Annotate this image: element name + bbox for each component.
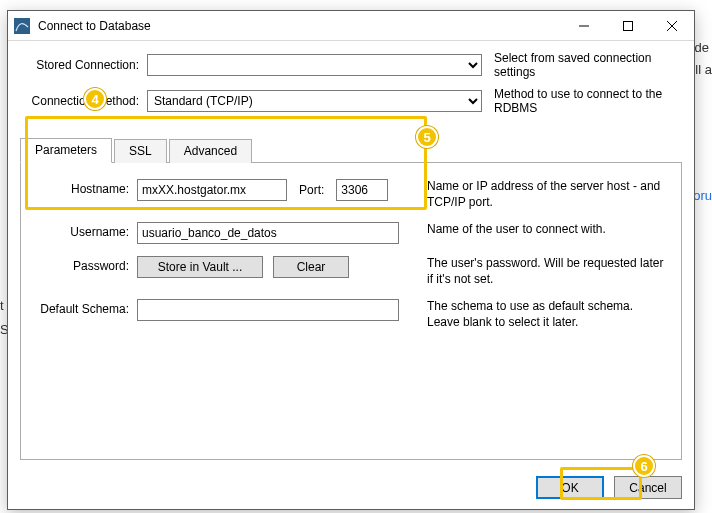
- titlebar: Connect to Database: [8, 11, 694, 41]
- tab-ssl[interactable]: SSL: [114, 139, 167, 163]
- maximize-button[interactable]: [606, 11, 650, 41]
- annotation-badge-4: 4: [84, 88, 106, 110]
- default-schema-hint: The schema to use as default schema. Lea…: [411, 299, 669, 330]
- dialog-button-row: OK Cancel: [8, 468, 694, 509]
- store-in-vault-button[interactable]: Store in Vault ...: [137, 256, 263, 278]
- close-button[interactable]: [650, 11, 694, 41]
- default-schema-label: Default Schema:: [33, 299, 137, 316]
- annotation-badge-6: 6: [633, 455, 655, 477]
- svg-rect-2: [624, 21, 633, 30]
- tab-panel-parameters: Hostname: Port: Name or IP address of th…: [20, 163, 682, 460]
- dialog-title: Connect to Database: [38, 19, 151, 33]
- ok-button[interactable]: OK: [536, 476, 604, 499]
- stored-connection-label: Stored Connection:: [20, 58, 147, 72]
- background-text: t: [0, 298, 4, 313]
- annotation-badge-5: 5: [416, 126, 438, 148]
- connect-to-database-dialog: Connect to Database Stored Connection: S…: [7, 10, 695, 510]
- stored-connection-hint: Select from saved connection settings: [482, 51, 682, 79]
- password-hint: The user's password. Will be requested l…: [411, 256, 669, 287]
- default-schema-input[interactable]: [137, 299, 399, 321]
- hostname-label: Hostname:: [33, 179, 137, 196]
- background-text: de: [695, 40, 709, 55]
- hostname-hint: Name or IP address of the server host - …: [411, 179, 669, 210]
- tab-strip: Parameters SSL Advanced: [20, 137, 682, 163]
- username-input[interactable]: [137, 222, 399, 244]
- port-label: Port:: [297, 183, 326, 197]
- connection-method-hint: Method to use to connect to the RDBMS: [482, 87, 682, 115]
- app-icon: [14, 18, 30, 34]
- minimize-button[interactable]: [562, 11, 606, 41]
- cancel-button[interactable]: Cancel: [614, 476, 682, 499]
- clear-password-button[interactable]: Clear: [273, 256, 349, 278]
- background-link-fragment: oru: [693, 188, 712, 203]
- stored-connection-select[interactable]: [147, 54, 482, 76]
- port-input[interactable]: [336, 179, 388, 201]
- username-hint: Name of the user to connect with.: [411, 222, 669, 238]
- hostname-input[interactable]: [137, 179, 287, 201]
- tab-parameters[interactable]: Parameters: [20, 138, 112, 163]
- password-label: Password:: [33, 256, 137, 273]
- connection-method-select[interactable]: Standard (TCP/IP): [147, 90, 482, 112]
- username-label: Username:: [33, 222, 137, 239]
- tab-advanced[interactable]: Advanced: [169, 139, 252, 163]
